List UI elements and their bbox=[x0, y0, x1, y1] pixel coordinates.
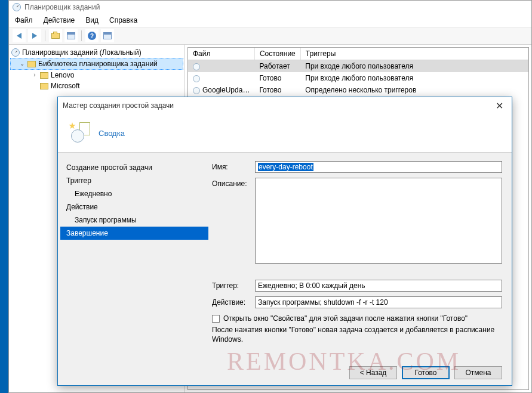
col-state[interactable]: Состояние bbox=[254, 48, 300, 60]
simple-task-wizard-dialog: Мастер создания простой задачи ✕ Сводка … bbox=[57, 97, 512, 386]
step-run[interactable]: Запуск программы bbox=[60, 213, 208, 227]
step-finish[interactable]: Завершение bbox=[60, 227, 208, 240]
arrow-left-icon bbox=[17, 33, 21, 39]
step-create[interactable]: Создание простой задачи bbox=[60, 161, 208, 174]
trigger-label: Триггер: bbox=[212, 280, 255, 290]
trigger-readonly: Ежедневно; В 0:00 каждый день bbox=[255, 280, 502, 292]
wizard-note: После нажатия кнопки "Готово" новая зада… bbox=[212, 325, 502, 344]
name-label: Имя: bbox=[212, 161, 255, 171]
menu-file[interactable]: Файл bbox=[15, 16, 33, 24]
table-row[interactable]: Работает При входе любого пользователя bbox=[188, 60, 528, 73]
tree-library-label: Библиотека планировщика заданий bbox=[38, 58, 158, 69]
clock-icon bbox=[193, 87, 200, 94]
clock-icon bbox=[13, 3, 21, 11]
window-icon bbox=[67, 32, 75, 39]
close-button[interactable]: ✕ bbox=[492, 100, 507, 112]
nav-forward-button[interactable] bbox=[28, 29, 41, 42]
help-button[interactable]: ? bbox=[85, 29, 99, 42]
menu-action[interactable]: Действие bbox=[44, 16, 75, 24]
help-icon: ? bbox=[88, 32, 96, 40]
window-title: Планировщик заданий bbox=[24, 3, 100, 11]
view-button-1[interactable] bbox=[64, 29, 78, 42]
toolbar: ? bbox=[9, 27, 531, 45]
folder-icon bbox=[40, 72, 48, 79]
clock-icon bbox=[11, 48, 20, 57]
tree-library[interactable]: ⌄ Библиотека планировщика заданий bbox=[10, 58, 183, 70]
chevron-down-icon[interactable]: ⌄ bbox=[19, 61, 25, 67]
wizard-form: Имя: every-day-reboot Описание: Триггер:… bbox=[210, 153, 512, 385]
cancel-button[interactable]: Отмена bbox=[454, 366, 502, 379]
name-input[interactable]: every-day-reboot bbox=[255, 161, 502, 173]
tree-item-lenovo[interactable]: › Lenovo bbox=[10, 70, 183, 81]
chevron-right-icon[interactable]: › bbox=[32, 72, 38, 78]
toolbar-separator bbox=[81, 30, 82, 41]
step-action[interactable]: Действие bbox=[60, 200, 208, 213]
tree-item-label: Microsoft bbox=[51, 81, 80, 91]
open-properties-checkbox[interactable] bbox=[212, 315, 220, 323]
folder-up-icon bbox=[51, 33, 60, 39]
folder-up-button[interactable] bbox=[49, 29, 62, 42]
window-icon bbox=[103, 32, 112, 39]
step-trigger[interactable]: Триггер bbox=[60, 174, 208, 187]
menu-help[interactable]: Справка bbox=[109, 16, 137, 24]
tree-item-label: Lenovo bbox=[51, 70, 74, 81]
back-button[interactable]: < Назад bbox=[349, 366, 397, 379]
toolbar-separator bbox=[45, 30, 45, 41]
checkbox-label: Открыть окно "Свойства" для этой задачи … bbox=[223, 314, 468, 323]
col-file[interactable]: Файл bbox=[188, 48, 254, 60]
tree-root-label: Планировщик заданий (Локальный) bbox=[22, 47, 142, 58]
description-textarea[interactable] bbox=[255, 178, 502, 264]
clock-icon bbox=[193, 75, 200, 82]
col-triggers[interactable]: Триггеры bbox=[300, 48, 528, 60]
action-label: Действие: bbox=[212, 296, 255, 307]
finish-button[interactable]: Готово bbox=[402, 366, 450, 379]
dialog-heading: Сводка bbox=[99, 129, 125, 138]
table-row[interactable]: Готово При входе любого пользователя bbox=[188, 72, 528, 84]
step-daily[interactable]: Ежедневно bbox=[60, 187, 208, 200]
menubar: Файл Действие Вид Справка bbox=[9, 14, 531, 27]
task-table: Файл Состояние Триггеры Работает При вхо… bbox=[188, 48, 528, 96]
tree-item-microsoft[interactable]: › Microsoft bbox=[10, 81, 183, 91]
wizard-icon bbox=[69, 122, 90, 144]
menu-view[interactable]: Вид bbox=[85, 16, 99, 24]
dialog-title: Мастер создания простой задачи bbox=[63, 101, 174, 110]
wizard-steps: Создание простой задачи Триггер Ежедневн… bbox=[58, 153, 210, 385]
arrow-right-icon bbox=[32, 33, 37, 39]
nav-back-button[interactable] bbox=[13, 29, 26, 42]
folder-icon bbox=[27, 61, 36, 67]
window-titlebar: Планировщик заданий bbox=[9, 1, 531, 14]
table-row[interactable]: GoogleUpda… Готово Определено несколько … bbox=[188, 84, 528, 96]
action-readonly: Запуск программы; shutdown -f -r -t 120 bbox=[255, 296, 502, 308]
dialog-header: Сводка bbox=[58, 114, 512, 153]
view-button-2[interactable] bbox=[101, 29, 114, 42]
folder-icon bbox=[40, 83, 48, 89]
tree-root[interactable]: Планировщик заданий (Локальный) bbox=[10, 47, 183, 58]
dialog-titlebar: Мастер создания простой задачи ✕ bbox=[58, 97, 512, 114]
clock-icon bbox=[193, 63, 200, 70]
desc-label: Описание: bbox=[212, 178, 255, 188]
